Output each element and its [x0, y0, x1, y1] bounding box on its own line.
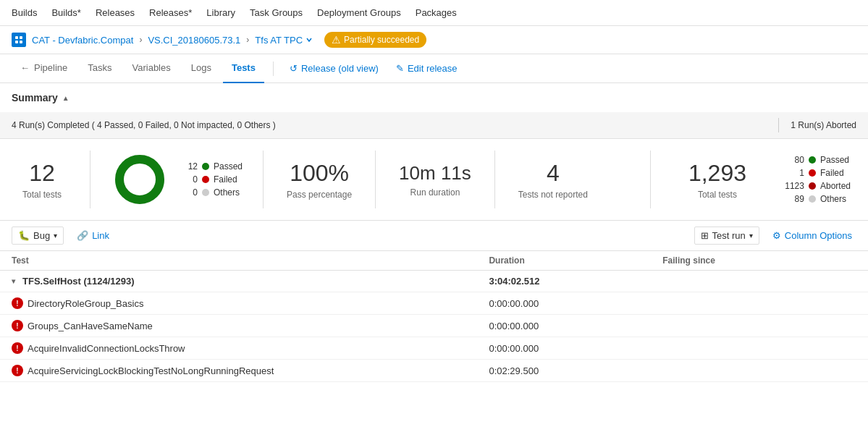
right-legend-failed: 1 Failed [781, 168, 851, 178]
release-old-view-link[interactable]: ↺ Release (old view) [282, 63, 386, 74]
nav-deployment-groups[interactable]: Deployment Groups [317, 4, 401, 21]
svg-rect-0 [15, 36, 18, 39]
failing-since-cell-2 [651, 315, 868, 337]
collapse-icon[interactable]: ▾ [12, 277, 15, 285]
tests-not-reported-label: Tests not reported [518, 190, 588, 200]
tab-tests[interactable]: Tests [223, 54, 264, 83]
duration-cell-3: 0:00:00.000 [477, 337, 651, 360]
legend-passed: 12 Passed [180, 161, 243, 172]
right-legend-others: 89 Others [781, 194, 851, 204]
metric-div-1 [90, 151, 90, 208]
passed-dot [202, 163, 209, 170]
tab-row: ← Pipeline Tasks Variables Logs Tests ↺ … [0, 54, 868, 83]
status-label: Partially succeeded [344, 35, 419, 45]
tab-logs[interactable]: Logs [182, 54, 220, 83]
aborted-icon-1: ! [12, 297, 23, 309]
donut-legend: 12 Passed 0 Failed 0 Others [180, 161, 243, 198]
edit-release-link[interactable]: ✎ Edit release [389, 63, 465, 74]
breadcrumb-environment-dropdown[interactable]: Tfs AT TPC [255, 35, 313, 46]
right-stats-block: 1,293 Total tests 80 Passed 1 Failed 112… [654, 151, 868, 208]
nav-releases[interactable]: Releases [96, 4, 135, 21]
right-failed-label: Failed [820, 168, 844, 178]
test-name-cell-2[interactable]: ! Groups_CanHaveSameName [0, 315, 477, 337]
total-tests-left-value: 12 [29, 160, 55, 187]
total-tests-left-label: Total tests [22, 190, 62, 200]
total-tests-left-metric: 12 Total tests [0, 151, 87, 208]
col-header-duration[interactable]: Duration [477, 251, 651, 271]
summary-title: Summary [12, 92, 58, 103]
link-icon: 🔗 [77, 230, 88, 241]
right-legend-passed: 80 Passed [781, 155, 851, 165]
tests-not-reported-metric: 4 Tests not reported [498, 151, 608, 208]
right-legend: 80 Passed 1 Failed 1123 Aborted 89 Other… [781, 155, 851, 204]
breadcrumb-row: CAT - Devfabric.Compat › VS.CI_20180605.… [0, 26, 868, 54]
breadcrumb-build[interactable]: VS.CI_20180605.73.1 [148, 35, 240, 46]
right-failed-dot [809, 169, 816, 177]
table-row[interactable]: ! Groups_CanHaveSameName 0:00:00.000 [0, 315, 868, 337]
legend-failed: 0 Failed [180, 174, 243, 185]
svg-rect-1 [20, 36, 22, 39]
right-passed-label: Passed [820, 155, 849, 165]
legend-others: 0 Others [180, 187, 243, 198]
right-aborted-dot [809, 182, 816, 190]
metrics-row: 12 Total tests 12 Passed 0 Failed 0 O [0, 139, 868, 221]
legend-passed-label: Passed [214, 161, 243, 172]
toolbar-left: 🐛 Bug ▾ 🔗 Link [12, 227, 114, 245]
svg-point-5 [119, 159, 160, 200]
toolbar-right: ⊞ Test run ▾ ⚙ Column Options [694, 227, 856, 245]
right-aborted-label: Aborted [820, 181, 851, 191]
tests-not-reported-value: 4 [547, 160, 560, 187]
nav-task-groups[interactable]: Task Groups [250, 4, 303, 21]
donut-chart [111, 151, 169, 208]
tab-variables[interactable]: Variables [124, 54, 180, 83]
chevron-down-icon [306, 36, 313, 43]
aborted-icon-2: ! [12, 320, 23, 331]
legend-failed-label: Failed [214, 174, 237, 185]
tab-pipeline[interactable]: ← Pipeline [12, 54, 76, 83]
nav-builds[interactable]: Builds [12, 4, 37, 21]
failing-since-cell-4 [651, 360, 868, 382]
test-run-dropdown-icon: ▾ [749, 232, 753, 240]
test-name-cell-3[interactable]: ! AcquireInvalidConnectionLocksThrow [0, 337, 477, 360]
test-run-button[interactable]: ⊞ Test run ▾ [694, 227, 759, 245]
logo-svg [14, 35, 23, 44]
failed-dot [202, 176, 209, 183]
others-dot [202, 189, 209, 196]
summary-section-header[interactable]: Summary ▲ [0, 83, 868, 112]
warning-icon: ⚠ [332, 34, 341, 46]
legend-others-value: 0 [180, 187, 198, 198]
pass-percentage-value: 100% [290, 160, 349, 187]
svg-rect-2 [15, 41, 18, 43]
link-button[interactable]: 🔗 Link [72, 227, 114, 244]
test-group-row[interactable]: ▾ TFS.SelfHost (1124/1293) 3:04:02.512 [0, 271, 868, 292]
right-legend-aborted: 1123 Aborted [781, 181, 851, 191]
top-navigation: Builds Builds* Releases Releases* Librar… [0, 0, 868, 26]
nav-releases-star[interactable]: Releases* [149, 4, 192, 21]
table-row[interactable]: ! DirectoryRoleGroup_Basics 0:00:00.000 [0, 292, 868, 315]
col-header-failing-since[interactable]: Failing since [651, 251, 868, 271]
test-name-cell-1[interactable]: ! DirectoryRoleGroup_Basics [0, 292, 477, 315]
pencil-icon: ✎ [396, 63, 404, 74]
test-table: Test Duration Failing since ▾ TFS.SelfHo… [0, 251, 868, 382]
metric-div-4 [494, 151, 495, 208]
nav-library[interactable]: Library [206, 4, 235, 21]
col-header-test[interactable]: Test [0, 251, 477, 271]
tab-tasks[interactable]: Tasks [79, 54, 120, 83]
table-row[interactable]: ! AcquireServicingLockBlockingTestNoLong… [0, 360, 868, 382]
pipeline-logo-icon [12, 33, 26, 47]
test-name-cell-4[interactable]: ! AcquireServicingLockBlockingTestNoLong… [0, 360, 477, 382]
right-passed-dot [809, 156, 816, 164]
nav-packages[interactable]: Packages [416, 4, 457, 21]
svg-rect-3 [20, 41, 22, 43]
column-options-button[interactable]: ⚙ Column Options [768, 227, 856, 244]
bug-button[interactable]: 🐛 Bug ▾ [12, 227, 64, 245]
right-failed-num: 1 [781, 168, 804, 178]
breadcrumb-project[interactable]: CAT - Devfabric.Compat [32, 35, 133, 46]
group-name-cell[interactable]: ▾ TFS.SelfHost (1124/1293) [0, 271, 477, 292]
test-run-icon: ⊞ [701, 230, 709, 241]
bug-dropdown-icon: ▾ [54, 232, 57, 240]
nav-builds-star[interactable]: Builds* [51, 4, 80, 21]
metric-div-2 [263, 151, 264, 208]
table-row[interactable]: ! AcquireInvalidConnectionLocksThrow 0:0… [0, 337, 868, 360]
duration-cell-4: 0:02:29.500 [477, 360, 651, 382]
